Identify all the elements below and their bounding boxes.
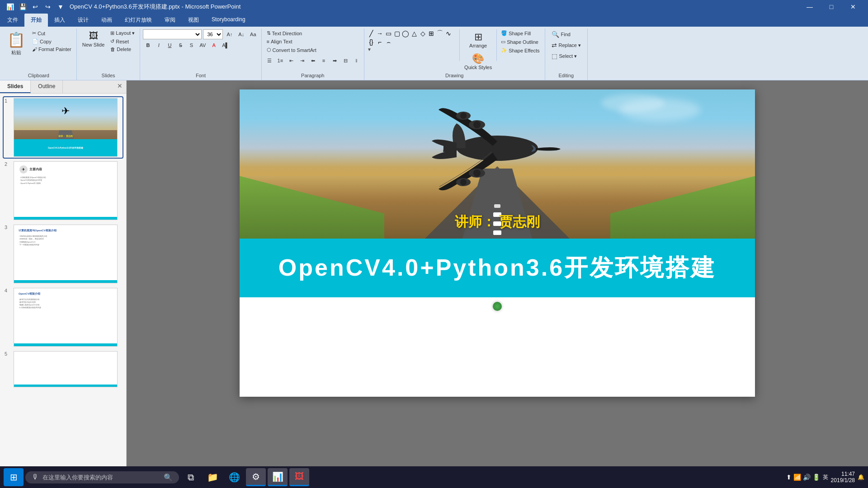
text-direction-button[interactable]: ⇅ Text Direction — [264, 29, 305, 37]
shape-ellipse[interactable]: ◯ — [401, 29, 410, 38]
slide-canvas[interactable]: 讲师： 贾志刚 OpenCV4.0+Python3.6开发环境搭建 — [240, 89, 755, 397]
underline-button[interactable]: U — [165, 40, 175, 50]
shape-rect[interactable]: ▭ — [384, 29, 392, 38]
decrease-font-button[interactable]: A↓ — [236, 29, 246, 39]
shape-freeform[interactable]: ⌒ — [436, 29, 444, 38]
shape-triangle[interactable]: △ — [410, 29, 418, 38]
tab-home[interactable]: 开始 — [24, 14, 48, 27]
shape-bracket[interactable]: {} — [367, 38, 375, 46]
format-painter-button[interactable]: 🖌 Format Painter — [30, 46, 74, 53]
new-slide-button[interactable]: 🖼 New Slide — [80, 29, 108, 49]
tab-review[interactable]: 审阅 — [158, 14, 182, 27]
shape-diamond[interactable]: ◇ — [419, 29, 427, 38]
align-left-button[interactable]: ⬅ — [308, 56, 318, 66]
justify-button[interactable]: ⊟ — [340, 56, 350, 66]
title-bar: 📊 💾 ↩ ↪ ▼ OpenCV 4.0+Python3.6开发环境搭建.ppt… — [0, 0, 868, 14]
tab-storyboarding[interactable]: Storyboarding — [205, 14, 252, 27]
reset-button[interactable]: ↺ Reset — [108, 38, 137, 45]
select-button[interactable]: ⬚ Select ▾ — [548, 51, 585, 61]
shape-line[interactable]: ╱ — [367, 29, 375, 38]
panel-close-button[interactable]: ✕ — [113, 80, 126, 93]
paste-button[interactable]: 📋 粘贴 — [4, 29, 29, 58]
replace-button[interactable]: ⇄ Replace ▾ — [548, 40, 585, 50]
tab-animations[interactable]: 动画 — [95, 14, 118, 27]
shape-arrow[interactable]: → — [376, 29, 384, 38]
numbered-list-button[interactable]: 1≡ — [275, 56, 286, 66]
shape-roundrect[interactable]: ▢ — [393, 29, 401, 38]
search-bar[interactable]: 🎙 🔍 — [25, 471, 179, 483]
presentation-taskbar-button[interactable]: 🖼 — [289, 468, 309, 486]
increase-font-button[interactable]: A↑ — [224, 29, 235, 39]
ribbon-group-font: 36 A↑ A↓ Aa B I U S̶ S AV A A▌ — [140, 28, 261, 80]
font-size-select[interactable]: 36 — [203, 29, 223, 39]
tab-outline[interactable]: Outline — [31, 80, 63, 93]
tab-file[interactable]: 文件 — [1, 14, 24, 27]
convert-smartart-button[interactable]: ⬡ Convert to SmartArt — [264, 46, 319, 54]
columns-button[interactable]: ⫴ — [351, 56, 361, 66]
slide-item-1[interactable]: 1 ✈ 讲师： 贾志刚 OpenCV4.0+Python3.6开发环境搭建 — [4, 97, 123, 158]
shape-curve[interactable]: ∿ — [444, 29, 453, 38]
shape-effects-button[interactable]: ✨ Shape Effects — [499, 47, 542, 54]
file-explorer-button[interactable]: 📁 — [203, 468, 222, 486]
tab-design[interactable]: 设计 — [71, 14, 95, 27]
quick-access-dropdown[interactable]: ▼ — [55, 1, 66, 12]
bullet-list-button[interactable]: ☰ — [264, 56, 274, 66]
cut-button[interactable]: ✂ Cut — [30, 29, 74, 37]
copy-button[interactable]: 📄 Copy — [30, 38, 74, 45]
quick-access-toolbar: 📊 💾 ↩ ↪ ▼ — [5, 1, 66, 12]
slides-list: 1 ✈ 讲师： 贾志刚 OpenCV4.0+Python3.6开发环境搭建 — [0, 94, 126, 486]
drawing-label: Drawing — [367, 72, 542, 79]
save-button[interactable]: 💾 — [17, 1, 28, 12]
align-text-button[interactable]: ≡ Align Text — [264, 38, 295, 45]
shape-fill-button[interactable]: 🪣 Shape Fill — [499, 29, 542, 37]
align-right-button[interactable]: ➡ — [330, 56, 340, 66]
outline-icon: ▭ — [501, 39, 505, 45]
shadow-button[interactable]: S — [186, 40, 196, 50]
tab-insert[interactable]: 插入 — [48, 14, 71, 27]
font-label: Font — [143, 72, 258, 79]
indent-increase-button[interactable]: ⇥ — [297, 56, 307, 66]
close-button[interactable]: ✕ — [843, 0, 863, 14]
find-button[interactable]: 🔍 Find — [548, 29, 585, 39]
task-view-button[interactable]: ⧉ — [181, 468, 201, 486]
settings-app-button[interactable]: ⚙ — [246, 468, 266, 486]
strikethrough-button[interactable]: S̶ — [175, 40, 185, 50]
shape-brace[interactable]: ⌐ — [376, 38, 384, 46]
shape-more[interactable]: ⊞ — [427, 29, 435, 38]
indent-decrease-button[interactable]: ⇤ — [286, 56, 296, 66]
italic-button[interactable]: I — [154, 40, 164, 50]
align-center-button[interactable]: ≡ — [319, 56, 329, 66]
delete-button[interactable]: 🗑 Delete — [108, 46, 137, 53]
powerpoint-taskbar-button[interactable]: 📊 — [268, 468, 288, 486]
quick-styles-button[interactable]: 🎨 Quick Styles — [462, 51, 495, 72]
taskbar: ⊞ 🎙 🔍 ⧉ 📁 🌐 ⚙ 📊 🖼 ⬆ 📶 🔊 🔋 英 11:47 2019/1… — [0, 466, 868, 488]
tab-view[interactable]: 视图 — [182, 14, 205, 27]
layout-button[interactable]: ⊞ Layout ▾ — [108, 29, 137, 37]
slide-item-2[interactable]: 2 ✈ 主要内容 · 计算机视觉与OpenCV框架介绍 · OpenCV的安装及… — [4, 160, 123, 221]
slide-item-5[interactable]: 5 — [4, 350, 123, 388]
text-highlight-button[interactable]: A▌ — [220, 40, 231, 50]
shape-arc[interactable]: ⌢ — [384, 38, 392, 46]
bold-button[interactable]: B — [143, 40, 153, 50]
more-shapes[interactable]: ▼ — [367, 47, 458, 52]
arrange-button[interactable]: ⊞ Arrange — [462, 29, 495, 50]
shape-outline-button[interactable]: ▭ Shape Outline — [499, 38, 542, 46]
tab-slideshow[interactable]: 幻灯片放映 — [118, 14, 158, 27]
clear-format-button[interactable]: Aa — [248, 29, 258, 39]
redo-button[interactable]: ↪ — [42, 1, 53, 12]
spacing-button[interactable]: AV — [197, 40, 208, 50]
search-input[interactable] — [42, 474, 160, 481]
undo-button[interactable]: ↩ — [30, 1, 41, 12]
start-button[interactable]: ⊞ — [4, 468, 24, 486]
browser-button[interactable]: 🌐 — [224, 468, 244, 486]
notification-button[interactable]: 🔔 — [858, 474, 864, 480]
tab-slides[interactable]: Slides — [0, 80, 31, 93]
slide-item-3[interactable]: 3 计算机视觉与OpenCV框架介绍 · 1962年以前的计算机视觉相关介绍 ·… — [4, 224, 123, 284]
slide-num-4: 4 — [5, 288, 11, 293]
slide-item-4[interactable]: 4 OpenCV框架介绍 · 参考方法与开源资源介绍 · 参考书目与运行支持 ·… — [4, 287, 123, 347]
font-color-button[interactable]: A — [209, 40, 219, 50]
minimize-button[interactable]: — — [799, 0, 820, 14]
font-name-select[interactable] — [143, 29, 202, 39]
maximize-button[interactable]: □ — [821, 0, 842, 14]
editing-buttons: 🔍 Find ⇄ Replace ▾ ⬚ Select ▾ — [548, 29, 585, 61]
